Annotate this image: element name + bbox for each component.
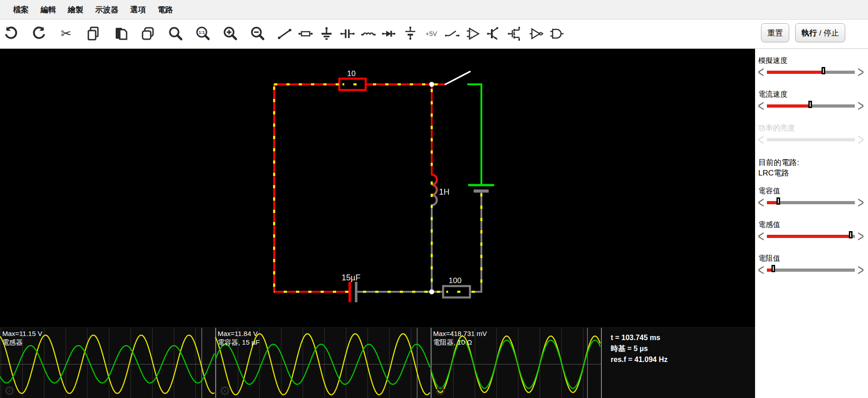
menu-edit[interactable]: 編輯 bbox=[35, 5, 62, 15]
voltage-source-icon[interactable] bbox=[403, 26, 418, 41]
sim-speed-slider-fill bbox=[767, 71, 825, 74]
sim-speed-slider-thumb[interactable] bbox=[822, 67, 825, 74]
wire-icon[interactable] bbox=[277, 26, 292, 41]
ground-icon[interactable] bbox=[319, 26, 334, 41]
menu-scope[interactable]: 示波器 bbox=[89, 5, 124, 15]
current-circuit-block: 目前的電路: LRC電路 bbox=[758, 157, 865, 178]
circuit-canvas[interactable]: 1010015µF1H ⚙⚙⚙ Max=11.15 V 電感器 Max=11.8… bbox=[0, 49, 755, 398]
zoom-icon[interactable] bbox=[168, 26, 183, 41]
resistance-slider-decrease-button[interactable]: < bbox=[757, 263, 765, 277]
scope-gear-icon[interactable]: ⚙ bbox=[219, 384, 230, 398]
inductance-slider-label: 電感值 bbox=[758, 220, 865, 229]
resistance-slider-label: 電阻值 bbox=[758, 254, 865, 263]
cut-icon[interactable]: ✂ bbox=[58, 26, 74, 41]
component-value-label: 1H bbox=[439, 187, 449, 196]
capacitance-slider-track[interactable] bbox=[767, 201, 855, 204]
reset-button[interactable]: 重置 bbox=[761, 23, 789, 42]
zoom-100-icon[interactable]: 1:1 bbox=[195, 26, 210, 41]
mosfet-icon[interactable] bbox=[507, 26, 523, 41]
sim-speed-slider-track[interactable] bbox=[767, 71, 855, 74]
inductance-slider-thumb[interactable] bbox=[849, 231, 853, 238]
plus-5v-icon[interactable]: +5V bbox=[424, 26, 439, 41]
scope-label-resistor: Max=418.731 mV 電阻器, 10 Ω bbox=[433, 329, 487, 346]
resistance-slider-increase-button[interactable]: > bbox=[857, 263, 864, 277]
sim-time: t = 103.745 ms bbox=[611, 332, 668, 343]
sim-speed-slider-label: 模擬速度 bbox=[758, 56, 865, 65]
side-panel: 模擬速度<>電流速度<>功率的亮度<> 目前的電路: LRC電路 電容值<>電感… bbox=[755, 49, 868, 398]
inductance-slider-increase-button[interactable]: > bbox=[857, 229, 864, 243]
current-speed-slider-fill bbox=[767, 104, 812, 108]
resistance-slider: 電阻值<> bbox=[757, 254, 865, 277]
scope-max-value: Max=418.731 mV bbox=[433, 329, 487, 338]
inverter-icon[interactable] bbox=[528, 26, 544, 41]
inductor-icon[interactable] bbox=[361, 26, 376, 41]
sim-speed-slider: 模擬速度<> bbox=[757, 56, 865, 79]
power-brightness-slider-label: 功率的亮度 bbox=[758, 124, 865, 133]
sim-speed-slider-decrease-button[interactable]: < bbox=[757, 65, 765, 79]
duplicate-icon[interactable] bbox=[140, 26, 156, 41]
and-gate-icon[interactable] bbox=[549, 26, 565, 41]
inductance-slider-fill bbox=[767, 235, 852, 238]
scope-gear-icon[interactable]: ⚙ bbox=[4, 384, 15, 398]
scope-component-name: 電感器 bbox=[2, 338, 42, 346]
power-brightness-slider: 功率的亮度<> bbox=[757, 124, 865, 146]
toolbar-icons: ✂1:1+5V−+ bbox=[4, 26, 570, 41]
current-speed-slider-thumb[interactable] bbox=[808, 101, 812, 108]
simulation-info: t = 103.745 ms 時基 = 5 µs res.f = 41.094 … bbox=[611, 332, 668, 365]
power-brightness-slider-increase-button: > bbox=[857, 132, 864, 147]
sim-resonant-freq: res.f = 41.094 Hz bbox=[611, 354, 668, 365]
diode-icon[interactable] bbox=[382, 26, 397, 41]
capacitance-slider-decrease-button[interactable]: < bbox=[757, 195, 765, 210]
scope-label-capacitor: Max=11.84 V 電容器, 15 µF bbox=[218, 329, 260, 346]
component-value-label: 10 bbox=[347, 69, 356, 78]
capacitance-slider-label: 電容值 bbox=[758, 186, 865, 196]
inductance-slider-track[interactable] bbox=[767, 235, 855, 238]
scope-component-name: 電阻器, 10 Ω bbox=[433, 338, 487, 346]
redo-icon[interactable] bbox=[31, 26, 46, 41]
resistor-icon[interactable] bbox=[298, 26, 313, 41]
scope-gear-icon[interactable]: ⚙ bbox=[434, 384, 446, 398]
scope-component-name: 電容器, 15 µF bbox=[218, 338, 260, 346]
sim-speed-slider-increase-button[interactable]: > bbox=[857, 65, 864, 79]
scope-max-value: Max=11.84 V bbox=[218, 329, 260, 338]
menu-bar: 檔案 編輯 繪製 示波器 選項 電路 bbox=[0, 0, 868, 20]
svg-text:1:1: 1:1 bbox=[199, 30, 205, 35]
current-speed-slider-decrease-button[interactable]: < bbox=[757, 98, 765, 113]
copy-icon[interactable] bbox=[86, 26, 101, 41]
scope-label-inductor: Max=11.15 V 電感器 bbox=[2, 329, 42, 346]
circuit-svg[interactable]: 1010015µF1H bbox=[0, 49, 755, 327]
undo-icon[interactable] bbox=[4, 26, 19, 41]
capacitor-icon[interactable] bbox=[340, 26, 355, 41]
power-brightness-slider-decrease-button: < bbox=[757, 132, 765, 147]
op-amp-icon[interactable]: −+ bbox=[465, 26, 481, 41]
power-brightness-slider-track bbox=[767, 138, 855, 141]
menu-draw[interactable]: 繪製 bbox=[62, 5, 89, 15]
paste-icon[interactable] bbox=[113, 26, 128, 41]
scope-max-value: Max=11.15 V bbox=[2, 329, 42, 338]
toolbar: ✂1:1+5V−+ 重置 執行 / 停止 bbox=[0, 20, 868, 49]
switch-icon[interactable] bbox=[444, 26, 460, 41]
run-stop-button[interactable]: 執行 / 停止 bbox=[795, 23, 845, 42]
component-value-label: 15µF bbox=[342, 273, 360, 282]
menu-circuits[interactable]: 電路 bbox=[152, 5, 179, 15]
svg-text:+: + bbox=[470, 35, 473, 39]
inductance-slider-decrease-button[interactable]: < bbox=[757, 229, 765, 243]
current-speed-slider-label: 電流速度 bbox=[758, 90, 865, 99]
current-circuit-label: 目前的電路: bbox=[758, 157, 865, 168]
menu-options[interactable]: 選項 bbox=[124, 5, 152, 15]
resistance-slider-thumb[interactable] bbox=[771, 265, 775, 272]
resistance-slider-track[interactable] bbox=[767, 269, 855, 272]
current-circuit-name: LRC電路 bbox=[758, 168, 865, 178]
zoom-out-icon[interactable] bbox=[250, 26, 265, 41]
svg-text:+5V: +5V bbox=[425, 30, 437, 37]
capacitance-slider-thumb[interactable] bbox=[776, 197, 780, 205]
transistor-icon[interactable] bbox=[486, 26, 502, 41]
zoom-in-icon[interactable] bbox=[222, 26, 238, 41]
toolbar-buttons: 重置 執行 / 停止 bbox=[761, 23, 845, 42]
current-speed-slider-increase-button[interactable]: > bbox=[857, 98, 864, 113]
menu-file[interactable]: 檔案 bbox=[7, 5, 35, 15]
current-speed-slider-track[interactable] bbox=[767, 104, 855, 108]
oscilloscope-strip[interactable]: ⚙⚙⚙ Max=11.15 V 電感器 Max=11.84 V 電容器, 15 … bbox=[0, 327, 755, 398]
capacitance-slider-increase-button[interactable]: > bbox=[857, 195, 864, 210]
sim-timebase: 時基 = 5 µs bbox=[611, 343, 668, 354]
